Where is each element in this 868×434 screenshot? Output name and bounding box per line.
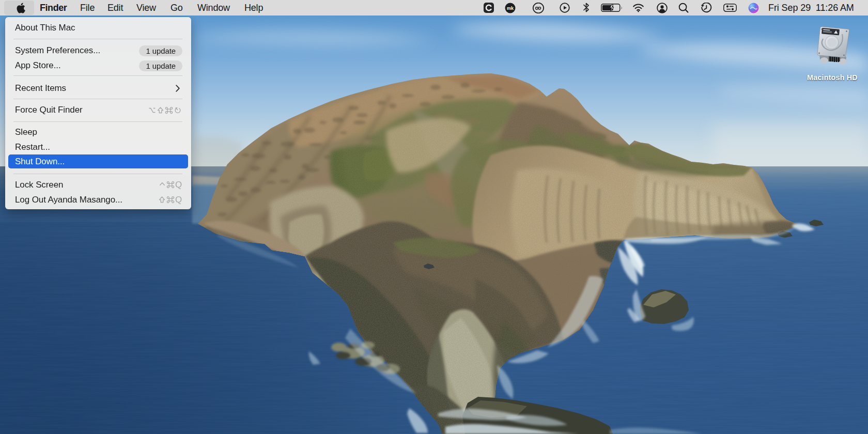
svg-text:mk: mk — [507, 6, 514, 11]
